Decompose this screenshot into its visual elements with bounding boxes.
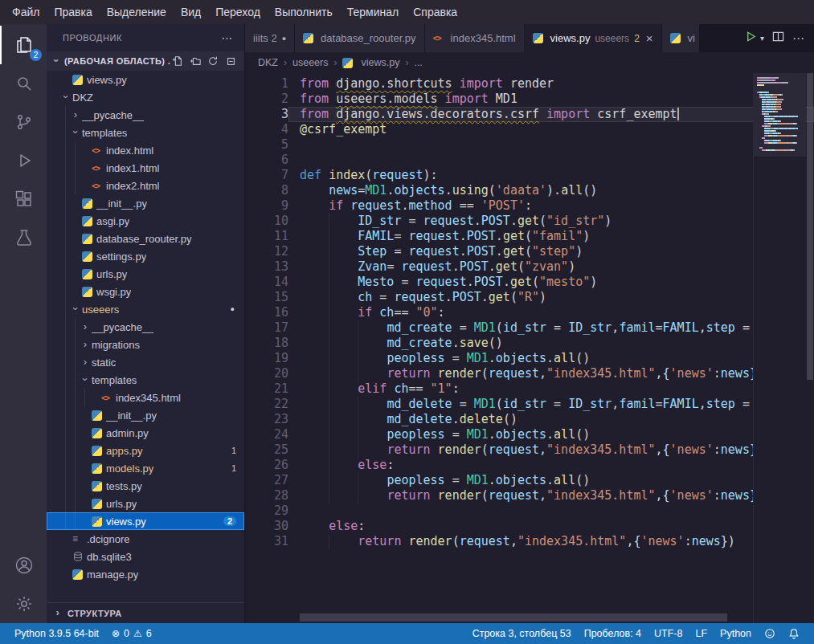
breadcrumb-item-views[interactable]: views.py <box>342 57 399 68</box>
code-line-30[interactable]: else: <box>288 519 814 534</box>
tree-item-templates[interactable]: ›templates <box>47 124 244 141</box>
code-line-31[interactable]: return render(request,"index345.html",{'… <box>288 534 814 549</box>
breadcrumb-item-useeers[interactable]: useeers <box>292 57 328 68</box>
search-icon[interactable] <box>0 64 47 103</box>
notifications-bell-icon[interactable] <box>782 623 806 644</box>
menu-run[interactable]: Выполнить <box>268 2 340 22</box>
tab-index345[interactable]: <> index345.html <box>425 24 524 52</box>
indentation-status[interactable]: Пробелов: 4 <box>578 623 648 644</box>
code-line-24[interactable]: peopless = MD1.objects.all() <box>288 427 814 442</box>
code-line-3[interactable]: from django.views.decorators.csrf import… <box>288 107 814 122</box>
feedback-smiley-icon[interactable] <box>758 623 782 644</box>
close-icon[interactable]: × <box>646 31 653 45</box>
minimap-slider[interactable] <box>754 73 806 157</box>
code-line-8[interactable]: news=MD1.objects.using('daata').all() <box>288 183 814 198</box>
code-line-16[interactable]: if ch== "0": <box>288 305 814 320</box>
horizontal-scrollbar[interactable] <box>300 613 727 622</box>
vertical-scrollbar[interactable] <box>806 73 814 623</box>
code-line-7[interactable]: def index(request): <box>288 168 814 183</box>
tab-diiits[interactable]: iiits 2 ● <box>245 24 294 52</box>
code-line-19[interactable]: peopless = MD1.objects.all() <box>288 351 814 366</box>
account-icon[interactable] <box>0 546 47 585</box>
code-line-29[interactable] <box>288 503 814 519</box>
encoding-status[interactable]: UTF-8 <box>648 623 689 644</box>
tab-vi-partial[interactable]: vi <box>662 24 699 52</box>
code-line-13[interactable]: Zvan= request.POST.get("zvan") <box>288 259 814 275</box>
minimap[interactable] <box>753 73 806 623</box>
editor-more-actions-icon[interactable]: ⋯ <box>792 31 804 46</box>
workspace-section-header[interactable]: › (РАБОЧАЯ ОБЛАСТЬ) ... <box>47 51 244 71</box>
extensions-icon[interactable] <box>0 180 47 218</box>
tree-item-__pycache__[interactable]: ›__pycache__ <box>47 318 244 336</box>
tree-item-DKZ[interactable]: ›DKZ <box>47 88 244 106</box>
tree-item-admin.py[interactable]: admin.py <box>47 424 244 442</box>
tree-item-tests.py[interactable]: tests.py <box>47 477 244 495</box>
source-control-icon[interactable] <box>0 103 47 141</box>
cursor-position-status[interactable]: Строка 3, столбец 53 <box>466 623 578 644</box>
tree-item-templates[interactable]: ›templates <box>47 371 244 389</box>
tree-item-__init__.py[interactable]: __init__.py <box>47 406 244 424</box>
tree-item-asgi.py[interactable]: asgi.py <box>47 212 244 230</box>
explorer-icon[interactable]: 2 <box>0 26 47 64</box>
code-editor[interactable]: 1234567891011121314151617181920212223242… <box>245 73 814 623</box>
menu-go[interactable]: Переход <box>208 2 268 22</box>
run-dropdown-icon[interactable]: ▾ <box>760 34 764 43</box>
menu-edit[interactable]: Правка <box>47 2 99 22</box>
code-line-1[interactable]: from django.shortcuts import render <box>288 76 814 92</box>
tree-item-__init__.py[interactable]: __init__.py <box>47 194 244 212</box>
explorer-more-actions-icon[interactable]: ⋯ <box>221 31 233 44</box>
tree-item-index1.html[interactable]: <>index1.html <box>47 159 244 177</box>
tree-item-views.py[interactable]: views.py2 <box>47 512 244 530</box>
menu-terminal[interactable]: Терминал <box>340 2 406 22</box>
outline-section-header[interactable]: › СТРУКТУРА <box>47 602 244 623</box>
code-line-9[interactable]: if request.method == 'POST': <box>288 198 814 214</box>
new-folder-icon[interactable] <box>188 54 202 68</box>
code-line-22[interactable]: md_delete = MD1(id_str = ID_str,famil=FA… <box>288 397 814 412</box>
tree-item-models.py[interactable]: models.py1 <box>47 459 244 477</box>
new-file-icon[interactable] <box>170 54 185 68</box>
menu-selection[interactable]: Выделение <box>100 2 174 22</box>
collapse-all-icon[interactable] <box>223 54 238 68</box>
tree-item-static[interactable]: ›static <box>47 353 244 371</box>
tree-item-database_roouter.py[interactable]: database_roouter.py <box>47 230 244 247</box>
code-line-27[interactable]: peopless = MD1.objects.all() <box>288 473 814 488</box>
chevron-right-icon[interactable]: › <box>69 109 82 121</box>
code-line-10[interactable]: ID_str = request.POST.get("id_str") <box>288 214 814 229</box>
tree-item-wsgi.py[interactable]: wsgi.py <box>47 283 244 300</box>
tree-item-manage.py[interactable]: manage.py <box>47 565 244 583</box>
code-line-14[interactable]: Mesto = request.POST.get("mesto") <box>288 275 814 290</box>
code-line-15[interactable]: ch = request.POST.get("R") <box>288 290 814 305</box>
tree-item-apps.py[interactable]: apps.py1 <box>47 442 244 459</box>
code-line-5[interactable] <box>288 137 814 153</box>
tree-item-__pycache__[interactable]: ›__pycache__ <box>47 106 244 124</box>
tree-item-index.html[interactable]: <>index.html <box>47 141 244 159</box>
tree-item-useeers[interactable]: ›useeers● <box>47 300 244 318</box>
tree-item-.dcignore[interactable]: ≡.dcignore <box>47 530 244 548</box>
language-mode-status[interactable]: Python <box>714 623 758 644</box>
code-line-18[interactable]: md_create.save() <box>288 336 814 351</box>
run-file-icon[interactable] <box>745 31 757 46</box>
menu-file[interactable]: Файл <box>5 2 47 22</box>
code-line-6[interactable] <box>288 153 814 168</box>
code-line-28[interactable]: return render(request,"index345.html",{'… <box>288 488 814 503</box>
chevron-right-icon[interactable]: › <box>79 357 92 369</box>
settings-gear-icon[interactable] <box>0 585 47 623</box>
python-interpreter-status[interactable]: Python 3.9.5 64-bit <box>8 623 105 644</box>
eol-status[interactable]: LF <box>689 623 714 644</box>
tab-database-roouter[interactable]: database_roouter.py <box>295 24 424 52</box>
menu-help[interactable]: Справка <box>406 2 464 22</box>
chevron-down-icon[interactable]: › <box>59 92 72 104</box>
testing-icon[interactable] <box>0 218 47 257</box>
code-line-20[interactable]: return render(request,"index345.html",{'… <box>288 366 814 381</box>
code-line-2[interactable]: from useeers.models import MD1 <box>288 92 814 107</box>
tree-item-index345.html[interactable]: <>index345.html <box>47 389 244 406</box>
tree-item-index2.html[interactable]: <>index2.html <box>47 177 244 194</box>
code-line-26[interactable]: else: <box>288 458 814 473</box>
chevron-down-icon[interactable]: › <box>69 127 82 139</box>
tab-views-active[interactable]: views.py useeers 2 × <box>525 24 661 52</box>
code-line-23[interactable]: md_delete.delete() <box>288 412 814 427</box>
menu-view[interactable]: Вид <box>174 2 208 22</box>
refresh-icon[interactable] <box>206 54 220 68</box>
code-line-12[interactable]: Step = request.POST.get("step") <box>288 244 814 259</box>
chevron-right-icon[interactable]: › <box>79 339 92 351</box>
